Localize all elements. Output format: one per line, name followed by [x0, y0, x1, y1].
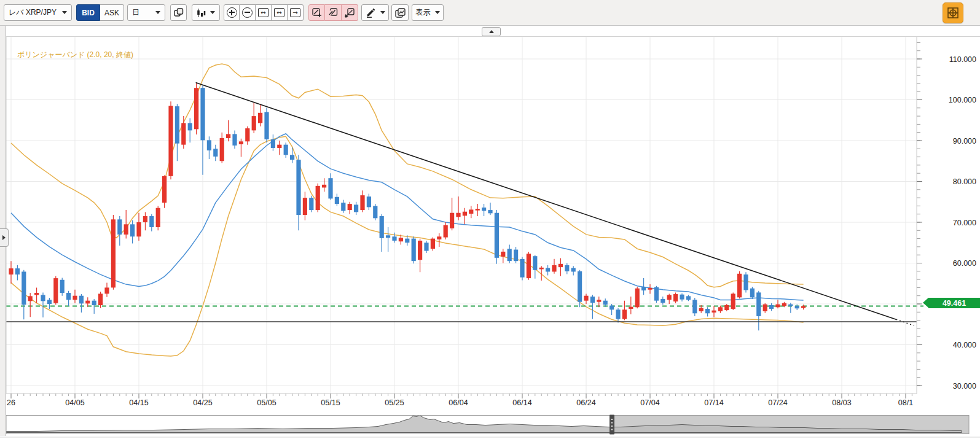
scroll-to-latest-button[interactable]: →	[288, 4, 304, 21]
edit-line-button[interactable]	[325, 4, 342, 21]
x-axis-label: 06/04	[449, 398, 468, 407]
symbol-select[interactable]: レバ XRP/JPY	[4, 4, 72, 21]
fit-chart-button[interactable]: ↔	[256, 4, 272, 21]
arrow-right-icon: →	[290, 8, 300, 17]
period-select[interactable]: 日	[127, 4, 165, 21]
x-axis-label: 04/05	[65, 398, 84, 407]
pencil-icon	[366, 7, 376, 18]
chevron-down-icon	[210, 11, 215, 14]
x-axis-label: 26	[7, 398, 15, 407]
add-trendline-icon	[312, 8, 322, 18]
y-axis-label: 70.000	[953, 219, 976, 227]
y-axis-label: 30.000	[953, 382, 976, 390]
indicator-label: ボリンジャーバンド (2.0, 20, 終値)	[17, 50, 133, 60]
remove-line-button[interactable]	[342, 4, 358, 21]
display-menu-label: 表示	[416, 7, 431, 18]
ask-button[interactable]: ASK	[100, 4, 124, 21]
remove-trendline-icon	[345, 8, 355, 18]
y-axis-label: 100.000	[949, 96, 976, 104]
overlapping-squares-icon	[174, 8, 184, 17]
zoom-out-icon	[242, 7, 253, 18]
x-axis-label: 07/14	[704, 398, 723, 407]
zoom-in-button[interactable]	[224, 4, 240, 21]
x-axis-label: 05/15	[321, 398, 340, 407]
chart-type-select[interactable]	[192, 4, 220, 21]
zoom-button-group: ↔ ↔ →	[224, 4, 304, 21]
collapse-toolbar-button[interactable]	[482, 27, 501, 36]
fit-width-button[interactable]: ↔	[272, 4, 288, 21]
x-axis-label: 07/24	[768, 398, 787, 407]
display-menu-button[interactable]: 表示	[412, 4, 444, 21]
period-select-label: 日	[132, 7, 139, 18]
x-axis-label: 04/15	[129, 398, 148, 407]
fit-both-icon: ↔	[258, 8, 269, 17]
chevron-down-icon	[62, 11, 67, 14]
drawing-tool-group	[308, 4, 358, 21]
y-axis-label: 60.000	[953, 259, 976, 268]
chevron-down-icon	[380, 11, 385, 14]
navigator	[0, 415, 980, 438]
x-axis-label: 05/05	[257, 398, 276, 407]
triangle-up-icon	[489, 30, 494, 33]
y-axis-label: 110.000	[949, 55, 976, 64]
x-axis-label: 04/25	[193, 398, 212, 407]
zoom-in-icon	[227, 7, 237, 18]
symbol-select-label: レバ XRP/JPY	[9, 7, 57, 18]
chart-settings-icon	[395, 8, 406, 18]
toolbar: レバ XRP/JPY BID ASK 日	[0, 0, 980, 26]
fx-chart-app: 110.000100.00090.00080.00070.00060.00050…	[0, 0, 980, 439]
crosshair-mode-button[interactable]	[943, 2, 963, 23]
x-axis-label: 08/03	[832, 398, 851, 407]
expand-left-panel-button[interactable]	[0, 228, 9, 247]
zoom-out-button[interactable]	[240, 4, 256, 21]
y-axis-label: 80.000	[953, 177, 976, 186]
x-axis-label: 08/1	[898, 398, 913, 407]
x-axis-label: 07/04	[640, 398, 659, 407]
compare-charts-button[interactable]	[170, 4, 187, 21]
candlestick-icon	[197, 8, 206, 18]
y-axis-label: 40.000	[953, 341, 976, 349]
triangle-right-icon	[2, 235, 6, 240]
bid-button[interactable]: BID	[76, 4, 100, 21]
indicator-settings-button[interactable]	[391, 4, 409, 21]
crosshair-target-icon	[947, 7, 959, 19]
edit-trendline-icon	[328, 8, 338, 18]
chevron-down-icon	[435, 11, 440, 14]
draw-tool-select[interactable]	[361, 4, 389, 21]
x-axis-label: 06/14	[512, 398, 531, 407]
x-axis-label: 06/24	[576, 398, 595, 407]
fit-width-icon: ↔	[274, 8, 284, 17]
chevron-down-icon	[155, 11, 160, 14]
add-line-button[interactable]	[308, 4, 325, 21]
y-axis-label: 90.000	[953, 137, 976, 146]
navigator-range-handle[interactable]	[610, 415, 614, 435]
current-price-tag: 49.461	[928, 298, 980, 308]
x-axis-label: 05/25	[385, 398, 404, 407]
price-chart-canvas[interactable]: 110.000100.00090.00080.00070.00060.00050…	[0, 0, 980, 439]
